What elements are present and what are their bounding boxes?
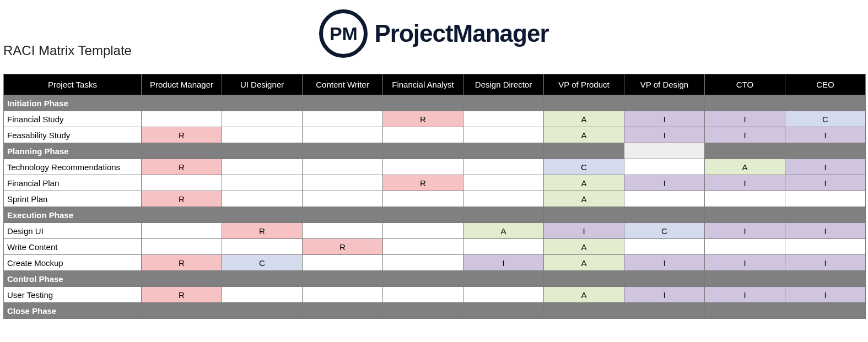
raci-cell: I: [705, 255, 785, 271]
raci-cell: I: [463, 255, 544, 271]
task-name-cell: User Testing: [4, 287, 142, 303]
raci-cell: [222, 287, 303, 303]
raci-cell: C: [785, 111, 866, 127]
raci-cell: [624, 239, 705, 255]
task-name-cell: Feasability Study: [4, 127, 142, 143]
raci-cell: [222, 239, 303, 255]
table-body: Initiation PhaseFinancial StudyRAIICFeas…: [4, 95, 866, 319]
brand-logo: PM ProjectManager: [319, 9, 548, 58]
raci-cell: I: [624, 175, 705, 191]
raci-cell: [463, 287, 544, 303]
phase-blank-cell: [705, 143, 785, 159]
raci-cell: A: [544, 239, 624, 255]
phase-blank-cell: [544, 271, 624, 287]
col-header-role: VP of Design: [624, 74, 705, 95]
raci-cell: [383, 255, 463, 271]
raci-cell: [383, 127, 463, 143]
raci-cell: [463, 175, 544, 191]
table-header: Project TasksProduct ManagerUI DesignerC…: [4, 74, 866, 95]
raci-cell: A: [705, 159, 785, 175]
phase-blank-cell: [785, 95, 866, 111]
raci-cell: [142, 239, 222, 255]
raci-cell: R: [222, 223, 303, 239]
phase-blank-cell: [544, 207, 624, 223]
raci-cell: C: [544, 159, 624, 175]
raci-cell: [142, 111, 222, 127]
raci-cell: R: [142, 287, 222, 303]
phase-label: Planning Phase: [4, 143, 142, 159]
phase-label: Initiation Phase: [4, 95, 142, 111]
raci-cell: [303, 175, 383, 191]
task-row: Sprint PlanRA: [4, 191, 866, 207]
phase-blank-cell: [463, 207, 544, 223]
raci-cell: [383, 223, 463, 239]
phase-blank-cell: [705, 207, 785, 223]
raci-cell: [383, 287, 463, 303]
raci-cell: [463, 127, 544, 143]
phase-blank-cell: [383, 303, 463, 319]
raci-cell: I: [785, 287, 866, 303]
brand-badge-icon: PM: [319, 9, 368, 58]
raci-cell: R: [383, 111, 463, 127]
task-row: User TestingRAIII: [4, 287, 866, 303]
phase-blank-cell: [303, 95, 383, 111]
raci-cell: [222, 111, 303, 127]
phase-blank-cell: [142, 143, 222, 159]
phase-blank-cell: [222, 303, 303, 319]
raci-cell: I: [624, 255, 705, 271]
raci-cell: [383, 239, 463, 255]
raci-cell: A: [544, 127, 624, 143]
raci-cell: [785, 239, 866, 255]
phase-blank-cell: [383, 207, 463, 223]
raci-cell: C: [222, 255, 303, 271]
task-name-cell: Design UI: [4, 223, 142, 239]
raci-cell: [142, 175, 222, 191]
task-name-cell: Financial Plan: [4, 175, 142, 191]
task-row: Feasability StudyRAIII: [4, 127, 866, 143]
raci-cell: [705, 191, 785, 207]
raci-cell: I: [705, 223, 785, 239]
raci-cell: I: [785, 159, 866, 175]
raci-cell: A: [544, 175, 624, 191]
phase-blank-cell: [222, 271, 303, 287]
phase-blank-cell: [383, 95, 463, 111]
task-name-cell: Sprint Plan: [4, 191, 142, 207]
raci-cell: [303, 287, 383, 303]
phase-blank-cell: [705, 303, 785, 319]
raci-cell: I: [785, 223, 866, 239]
raci-cell: I: [785, 255, 866, 271]
raci-cell: [303, 255, 383, 271]
raci-cell: [463, 111, 544, 127]
col-header-role: Financial Analyst: [383, 74, 463, 95]
raci-cell: I: [705, 127, 785, 143]
phase-blank-cell: [142, 95, 222, 111]
phase-blank-cell: [463, 95, 544, 111]
raci-cell: A: [544, 255, 624, 271]
page-title: RACI Matrix Template: [3, 43, 132, 58]
raci-cell: I: [705, 111, 785, 127]
raci-cell: [303, 223, 383, 239]
raci-cell: R: [142, 159, 222, 175]
col-header-role: Product Manager: [142, 74, 222, 95]
raci-cell: [383, 191, 463, 207]
phase-blank-cell: [222, 207, 303, 223]
phase-blank-cell: [544, 143, 624, 159]
phase-blank-cell: [624, 95, 705, 111]
raci-cell: [383, 159, 463, 175]
raci-cell: I: [785, 175, 866, 191]
raci-cell: [222, 175, 303, 191]
raci-cell: A: [544, 191, 624, 207]
phase-blank-cell: [222, 95, 303, 111]
raci-cell: [142, 223, 222, 239]
phase-blank-cell: [624, 271, 705, 287]
phase-blank-cell: [624, 143, 705, 159]
raci-table: Project TasksProduct ManagerUI DesignerC…: [3, 74, 866, 319]
raci-cell: [222, 127, 303, 143]
header: PM ProjectManager RACI Matrix Template: [0, 0, 868, 61]
raci-cell: R: [303, 239, 383, 255]
raci-cell: I: [624, 111, 705, 127]
raci-cell: [303, 191, 383, 207]
phase-label: Control Phase: [4, 271, 142, 287]
col-header-tasks: Project Tasks: [4, 74, 142, 95]
phase-blank-cell: [463, 143, 544, 159]
